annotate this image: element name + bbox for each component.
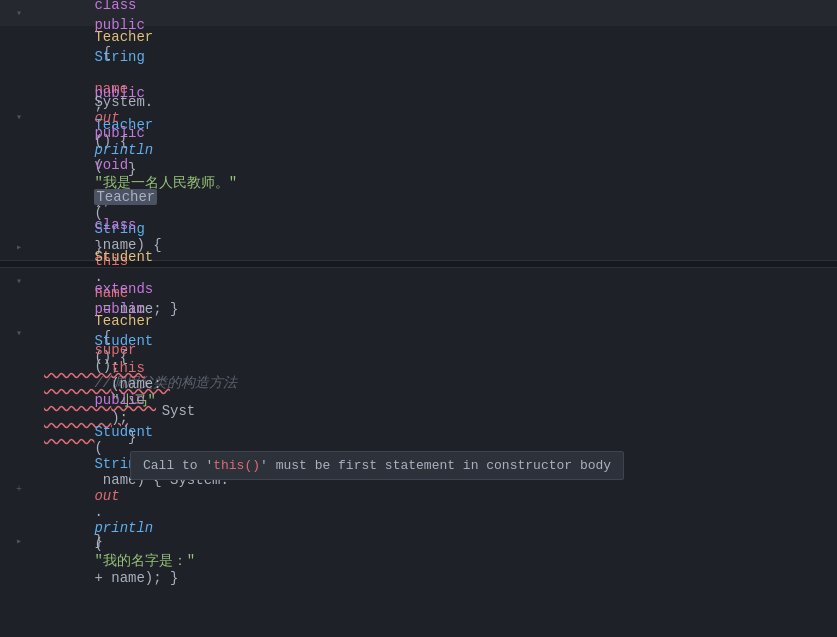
fold-icon-14[interactable]: ▾ bbox=[16, 327, 22, 339]
gutter-5: ▾ bbox=[0, 104, 28, 130]
error-tooltip: Call to 'this()' must be first statement… bbox=[130, 451, 624, 480]
gutter-8 bbox=[0, 182, 28, 208]
fold-icon-1[interactable]: ▾ bbox=[16, 7, 22, 19]
line-content-22: } bbox=[30, 517, 103, 565]
gutter-14: ▾ bbox=[0, 320, 28, 346]
code-line-21 bbox=[0, 502, 837, 528]
gutter-3 bbox=[0, 52, 28, 78]
gutter-15 bbox=[0, 346, 28, 372]
gutter-1: ▾ bbox=[0, 0, 28, 26]
line-content-20: public Student ( String name) { System. … bbox=[30, 376, 229, 602]
gutter-17 bbox=[0, 398, 28, 424]
gutter-2 bbox=[0, 26, 28, 52]
code-editor: ▾ public class Teacher { public String n… bbox=[0, 0, 837, 637]
gutter-16 bbox=[0, 372, 28, 398]
gutter-7 bbox=[0, 156, 28, 182]
gutter-6 bbox=[0, 130, 28, 156]
gutter-19 bbox=[0, 450, 28, 476]
gutter-22: ▸ bbox=[0, 528, 28, 554]
gutter-20: + bbox=[0, 476, 28, 502]
gutter-10: ▸ bbox=[0, 234, 28, 260]
gutter-21 bbox=[0, 502, 28, 528]
fold-icon-20[interactable]: + bbox=[16, 484, 22, 495]
gutter-4 bbox=[0, 78, 28, 104]
fold-icon-22[interactable]: ▸ bbox=[16, 535, 22, 547]
code-line-22: ▸ } bbox=[0, 528, 837, 554]
gutter-13 bbox=[0, 294, 28, 320]
fold-icon-10[interactable]: ▸ bbox=[16, 241, 22, 253]
fold-icon-5[interactable]: ▾ bbox=[16, 111, 22, 123]
gutter-9 bbox=[0, 208, 28, 234]
gutter-18 bbox=[0, 424, 28, 450]
fold-icon-12[interactable]: ▾ bbox=[16, 275, 22, 287]
gutter-12: ▾ bbox=[0, 268, 28, 294]
